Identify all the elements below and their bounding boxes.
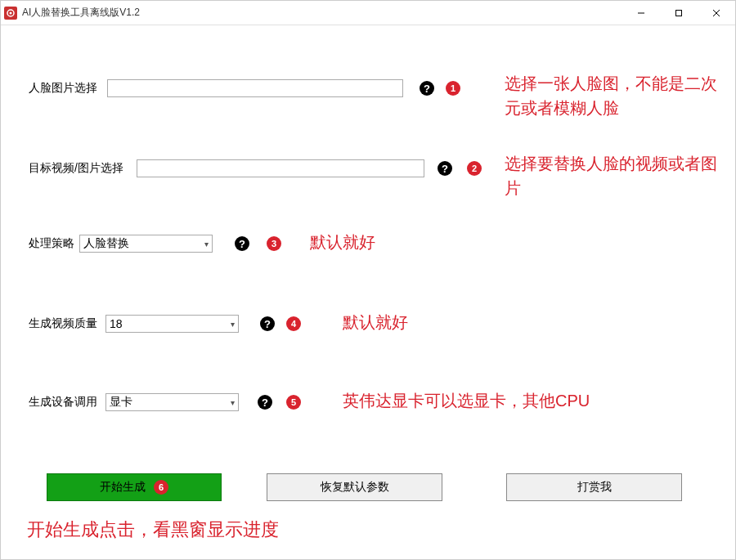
- badge-3: 3: [267, 236, 281, 251]
- titlebar: AI人脸替换工具离线版V1.2: [1, 1, 735, 25]
- window-controls: [622, 1, 735, 25]
- strategy-combo[interactable]: 人脸替换 ▾: [79, 235, 213, 253]
- window-title: AI人脸替换工具离线版V1.2: [22, 6, 140, 20]
- start-button-label: 开始生成: [100, 480, 146, 495]
- svg-point-1: [10, 11, 12, 14]
- reset-button[interactable]: 恢复默认参数: [267, 473, 442, 501]
- device-value: 显卡: [110, 395, 132, 410]
- chevron-down-icon: ▾: [231, 398, 235, 407]
- help-icon[interactable]: ?: [260, 316, 275, 331]
- donate-button[interactable]: 打赏我: [506, 473, 682, 501]
- donate-button-label: 打赏我: [577, 480, 612, 495]
- badge-6: 6: [154, 480, 168, 495]
- start-button[interactable]: 开始生成 6: [47, 473, 222, 501]
- hint-5: 英伟达显卡可以选显卡，其他CPU: [343, 388, 590, 413]
- app-icon: [4, 7, 17, 20]
- hint-1: 选择一张人脸图，不能是二次元或者模糊人脸: [505, 71, 725, 120]
- chevron-down-icon: ▾: [231, 320, 235, 329]
- help-icon[interactable]: ?: [258, 395, 272, 410]
- reset-button-label: 恢复默认参数: [321, 480, 389, 495]
- help-icon[interactable]: ?: [235, 236, 249, 251]
- device-combo[interactable]: 显卡 ▾: [105, 393, 239, 411]
- hint-2: 选择要替换人脸的视频或者图片: [505, 151, 725, 200]
- help-icon[interactable]: ?: [438, 161, 452, 176]
- quality-value: 18: [110, 317, 123, 330]
- maximize-button[interactable]: [660, 1, 698, 25]
- face-select-input[interactable]: [107, 79, 403, 97]
- badge-2: 2: [467, 161, 482, 176]
- quality-label: 生成视频质量: [29, 316, 97, 331]
- footer-hint: 开始生成点击，看黑窗显示进度: [27, 516, 279, 543]
- close-button[interactable]: [698, 1, 735, 25]
- quality-combo[interactable]: 18 ▾: [105, 315, 239, 333]
- svg-rect-3: [676, 10, 682, 16]
- badge-4: 4: [286, 316, 301, 331]
- chevron-down-icon: ▾: [204, 240, 209, 249]
- badge-5: 5: [286, 395, 301, 410]
- strategy-value: 人脸替换: [83, 236, 129, 251]
- target-select-label: 目标视频/图片选择: [29, 161, 123, 176]
- minimize-button[interactable]: [622, 1, 660, 25]
- badge-1: 1: [446, 81, 460, 96]
- device-label: 生成设备调用: [29, 395, 97, 410]
- help-icon[interactable]: ?: [420, 81, 434, 96]
- hint-4: 默认就好: [343, 310, 408, 334]
- strategy-label: 处理策略: [29, 236, 74, 251]
- hint-3: 默认就好: [310, 230, 375, 254]
- target-select-input[interactable]: [137, 159, 424, 177]
- face-select-label: 人脸图片选择: [29, 81, 97, 96]
